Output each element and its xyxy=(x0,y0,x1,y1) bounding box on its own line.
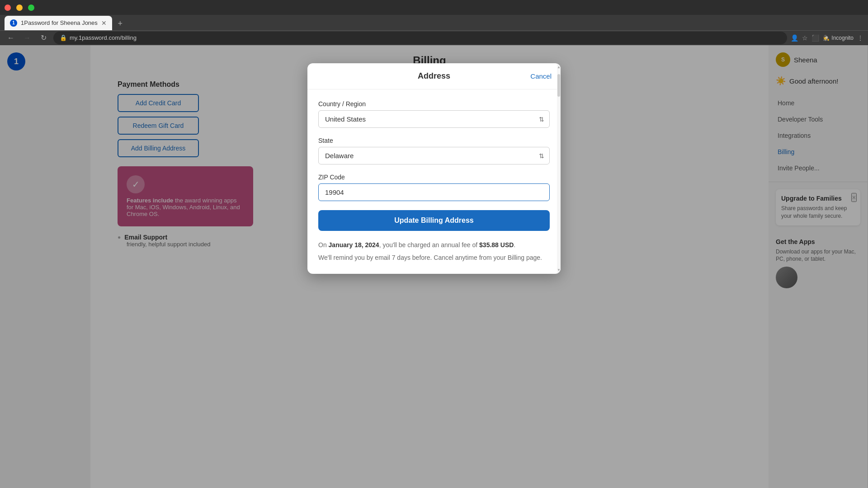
billing-date: January 18, 2024 xyxy=(329,241,379,249)
url-text: my.1password.com/billing xyxy=(70,34,137,41)
country-select-wrapper: United States ⇅ xyxy=(318,110,550,128)
title-bar xyxy=(0,0,868,15)
window-controls xyxy=(5,5,34,11)
state-group: State Delaware ⇅ xyxy=(318,137,550,164)
extensions-icon[interactable]: ⬛ xyxy=(811,34,819,42)
address-bar-row: ← → ↻ 🔒 my.1password.com/billing 👤 ☆ ⬛ 🕵… xyxy=(0,30,868,45)
billing-amount: $35.88 USD xyxy=(479,241,514,249)
incognito-label: Incognito xyxy=(831,35,854,41)
maximize-window-button[interactable] xyxy=(28,5,34,11)
minimize-window-button[interactable] xyxy=(16,5,23,11)
scroll-up-icon[interactable]: ▲ xyxy=(557,65,561,69)
state-select[interactable]: Delaware xyxy=(318,147,550,164)
address-bar[interactable]: 🔒 my.1password.com/billing xyxy=(53,32,787,44)
zip-code-group: ZIP Code xyxy=(318,174,550,201)
tab-close-icon[interactable]: ✕ xyxy=(101,19,107,27)
address-modal: ▲ ▼ Address Cancel Country / Region Unit… xyxy=(307,63,561,274)
cancel-button[interactable]: Cancel xyxy=(530,72,552,80)
incognito-badge: 🕵 Incognito xyxy=(823,35,854,41)
modal-overlay: ▲ ▼ Address Cancel Country / Region Unit… xyxy=(0,45,868,488)
billing-notice-line2: We'll remind you by email 7 days before.… xyxy=(318,253,550,263)
menu-icon[interactable]: ⋮ xyxy=(857,34,863,42)
country-region-group: Country / Region United States ⇅ xyxy=(318,100,550,128)
tab-bar: 1 1Password for Sheena Jones ✕ + xyxy=(0,15,868,30)
profile-icon[interactable]: 👤 xyxy=(791,34,798,42)
scroll-down-icon[interactable]: ▼ xyxy=(557,268,561,272)
zip-code-label: ZIP Code xyxy=(318,174,550,181)
bookmark-icon[interactable]: ☆ xyxy=(802,34,808,42)
refresh-button[interactable]: ↻ xyxy=(37,32,50,44)
modal-body: Country / Region United States ⇅ State D… xyxy=(307,89,561,274)
modal-header: Address Cancel xyxy=(307,63,561,89)
state-select-wrapper: Delaware ⇅ xyxy=(318,147,550,164)
incognito-icon: 🕵 xyxy=(823,35,830,41)
scrollbar-thumb[interactable] xyxy=(557,74,560,97)
back-button[interactable]: ← xyxy=(5,32,17,44)
country-select[interactable]: United States xyxy=(318,110,550,128)
new-tab-button[interactable]: + xyxy=(114,18,127,30)
billing-notice-prefix: On xyxy=(318,241,329,249)
browser-chrome: 1 1Password for Sheena Jones ✕ + ← → ↻ 🔒… xyxy=(0,0,868,45)
scrollbar-track: ▲ ▼ xyxy=(557,63,561,274)
billing-notice: On January 18, 2024, you'll be charged a… xyxy=(318,240,550,263)
billing-notice-suffix: , you'll be charged an annual fee of xyxy=(379,241,479,249)
lock-icon: 🔒 xyxy=(60,34,67,41)
zip-code-input[interactable] xyxy=(318,183,550,201)
page-background: 1 Billing Payment Methods Add Credit Car… xyxy=(0,45,868,488)
state-label: State xyxy=(318,137,550,144)
modal-title: Address xyxy=(418,71,450,81)
update-billing-address-button[interactable]: Update Billing Address xyxy=(318,210,550,231)
tab-favicon: 1 xyxy=(10,19,17,27)
tab-title: 1Password for Sheena Jones xyxy=(21,19,98,26)
address-bar-icons: 👤 ☆ ⬛ 🕵 Incognito ⋮ xyxy=(791,34,863,42)
country-region-label: Country / Region xyxy=(318,100,550,108)
active-tab[interactable]: 1 1Password for Sheena Jones ✕ xyxy=(5,16,112,30)
forward-button[interactable]: → xyxy=(21,32,33,44)
close-window-button[interactable] xyxy=(5,5,11,11)
